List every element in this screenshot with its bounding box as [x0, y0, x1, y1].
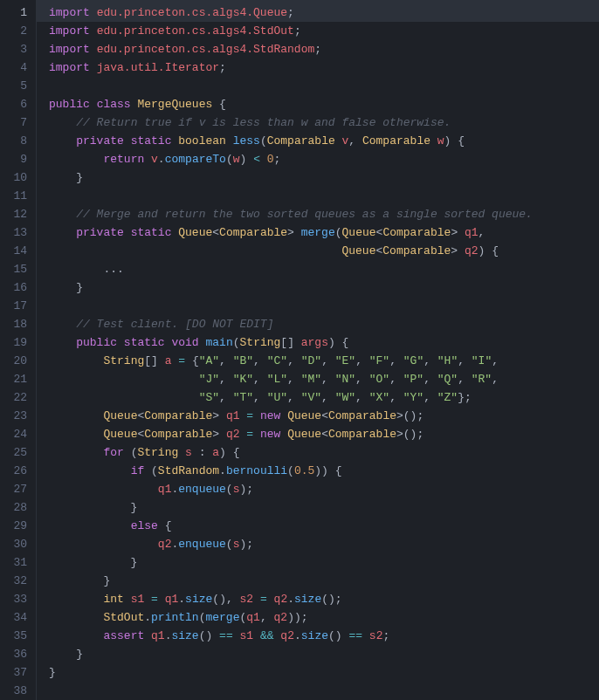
token-type: MergeQueues — [137, 98, 212, 111]
code-line[interactable]: assert q1.size() == s1 && q2.size() == s… — [49, 627, 599, 645]
code-line[interactable]: Queue<Comparable> q2) { — [49, 242, 599, 260]
token-plain: ) { — [219, 446, 239, 459]
line-number: 15 — [0, 260, 27, 278]
token-str: "Q" — [437, 373, 458, 386]
code-line[interactable]: private static Queue<Comparable> merge(Q… — [49, 223, 599, 242]
line-number: 23 — [0, 407, 27, 425]
token-type: String — [137, 446, 178, 459]
line-number: 20 — [0, 352, 27, 370]
code-line[interactable]: int s1 = q1.size(), s2 = q2.size(); — [49, 590, 599, 608]
code-line[interactable] — [49, 297, 599, 315]
token-plain: ( — [144, 464, 158, 477]
token-type: int — [103, 593, 123, 606]
token-op: = — [151, 593, 158, 606]
token-plain: ; — [219, 61, 226, 74]
token-kw: for — [103, 446, 123, 459]
code-line[interactable]: for (String s : a) { — [49, 443, 599, 462]
token-kw: import — [49, 6, 90, 19]
token-plain: ( — [287, 464, 294, 477]
line-number: 36 — [0, 645, 27, 663]
code-line[interactable]: import edu.princeton.cs.algs4.Queue; — [49, 3, 599, 22]
code-line[interactable]: public static void main(String[] args) { — [49, 333, 599, 352]
token-id: q2 — [465, 244, 479, 257]
token-plain: )); — [287, 611, 307, 624]
token-plain: ; — [314, 43, 321, 56]
code-line[interactable]: return v.compareTo(w) < 0; — [49, 150, 599, 168]
code-line[interactable]: } — [49, 498, 599, 517]
code-line[interactable] — [49, 682, 599, 700]
token-type: String — [103, 354, 144, 367]
token-id: q1 — [465, 226, 479, 239]
code-line[interactable]: // Test client. [DO NOT EDIT] — [49, 315, 599, 333]
token-kw: import — [49, 43, 90, 56]
code-line[interactable]: } — [49, 553, 599, 572]
code-line[interactable]: import java.util.Iterator; — [49, 58, 599, 77]
token-plain: , — [423, 373, 437, 386]
token-id: q2 — [158, 538, 172, 551]
code-line[interactable]: } — [49, 278, 599, 297]
token-plain: < — [321, 428, 328, 441]
token-str: "Z" — [437, 391, 458, 404]
token-plain: ( — [260, 134, 267, 148]
line-number: 16 — [0, 278, 27, 297]
token-plain — [49, 134, 76, 148]
token-plain: , — [219, 373, 233, 386]
token-fn: println — [151, 611, 199, 624]
code-line[interactable]: } — [49, 168, 599, 187]
token-plain: ; — [287, 6, 294, 19]
line-number: 27 — [0, 480, 27, 498]
token-plain: ( — [335, 226, 342, 239]
token-id: v — [151, 153, 158, 166]
token-plain: , — [492, 373, 499, 386]
code-area[interactable]: import edu.princeton.cs.algs4.Queue;impo… — [37, 0, 599, 700]
code-line[interactable]: q1.enqueue(s); — [49, 480, 599, 498]
code-line[interactable]: ... — [49, 260, 599, 278]
token-id: s1 — [131, 593, 145, 606]
token-type: Comparable — [144, 409, 212, 422]
token-str: "I" — [472, 354, 492, 367]
token-plain: )) { — [314, 464, 341, 477]
code-line[interactable]: public class MergeQueues { — [49, 95, 599, 113]
code-line[interactable]: String[] a = {"A", "B", "C", "D", "E", "… — [49, 352, 599, 370]
code-line[interactable]: Queue<Comparable> q2 = new Queue<Compara… — [49, 425, 599, 443]
token-plain: , — [423, 391, 437, 404]
code-line[interactable]: } — [49, 663, 599, 682]
token-plain: < — [212, 226, 219, 239]
token-plain: { — [158, 519, 172, 532]
token-plain — [335, 134, 342, 148]
token-type: Comparable — [328, 428, 396, 441]
code-line[interactable]: private static boolean less(Comparable v… — [49, 132, 599, 150]
token-plain: ( — [124, 446, 138, 459]
token-plain: . — [144, 611, 151, 624]
token-str: "G" — [403, 354, 423, 367]
code-line[interactable]: "J", "K", "L", "M", "N", "O", "P", "Q", … — [49, 370, 599, 388]
token-op: == — [348, 629, 362, 642]
code-editor[interactable]: 1234567891011121314151617181920212223242… — [0, 0, 599, 700]
token-str: "U" — [267, 391, 287, 404]
token-id: q1 — [158, 483, 172, 496]
line-number: 19 — [0, 333, 27, 352]
code-line[interactable]: import edu.princeton.cs.algs4.StdRandom; — [49, 40, 599, 58]
code-line[interactable]: if (StdRandom.bernoulli(0.5)) { — [49, 462, 599, 480]
code-line[interactable]: Queue<Comparable> q1 = new Queue<Compara… — [49, 407, 599, 425]
token-str: "B" — [233, 354, 253, 367]
token-id: q1 — [226, 409, 240, 422]
code-line[interactable]: StdOut.println(merge(q1, q2)); — [49, 608, 599, 627]
token-plain — [49, 354, 103, 367]
code-line[interactable]: else { — [49, 517, 599, 535]
code-line[interactable] — [49, 77, 599, 95]
code-line[interactable]: q2.enqueue(s); — [49, 535, 599, 553]
token-kw: private — [76, 134, 124, 148]
code-line[interactable]: } — [49, 572, 599, 590]
token-kw: new — [260, 428, 280, 441]
code-line[interactable]: // Return true if v is less than w and f… — [49, 113, 599, 132]
token-plain: ) { — [444, 134, 465, 148]
token-plain: . — [287, 593, 294, 606]
code-line[interactable]: import edu.princeton.cs.algs4.StdOut; — [49, 22, 599, 40]
token-plain: ) { — [328, 336, 348, 349]
token-plain: ; — [274, 153, 281, 166]
code-line[interactable]: } — [49, 645, 599, 663]
code-line[interactable]: "S", "T", "U", "V", "W", "X", "Y", "Z"}; — [49, 388, 599, 407]
code-line[interactable] — [49, 187, 599, 205]
code-line[interactable]: // Merge and return the two sorted queue… — [49, 205, 599, 223]
